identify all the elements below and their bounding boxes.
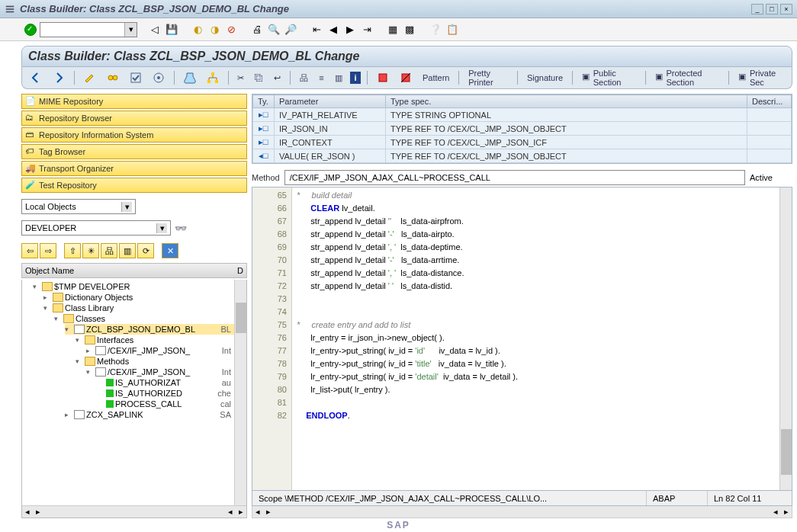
check-button[interactable] <box>127 70 145 85</box>
cut-button[interactable]: ✂ <box>234 70 247 85</box>
private-section-button[interactable]: ▣Private Sec <box>735 70 787 85</box>
protected-section-button[interactable]: ▣Protected Section <box>652 70 723 85</box>
tree-hscrollbar[interactable]: ◂▸◂▸ <box>22 505 246 518</box>
editor-vscrollbar[interactable] <box>779 187 792 490</box>
where-used-button[interactable] <box>204 70 222 85</box>
find-icon[interactable]: 🔍 <box>267 23 281 37</box>
tree-node-zcx[interactable]: ▸ZCX_SAPLINKSA <box>65 409 246 420</box>
command-field[interactable]: ▾ <box>40 22 137 37</box>
code-editor[interactable]: 656667686970717273747576777879808182 * b… <box>252 187 792 491</box>
tree-close-button[interactable]: ✕ <box>162 243 178 258</box>
find-next-icon[interactable]: 🔎 <box>284 23 297 37</box>
param-header-spec[interactable]: Type spec. <box>386 95 747 108</box>
print-icon[interactable]: 🖨 <box>250 23 264 37</box>
scope-dropdown[interactable]: Local Objects▾ <box>21 199 136 214</box>
tree-display-button[interactable]: ▥ <box>119 243 136 258</box>
pretty-printer-button[interactable]: Pretty Printer <box>465 70 511 85</box>
tag-browser-button[interactable]: 🏷Tag Browser <box>21 144 247 159</box>
transport-organizer-button[interactable]: 🚚Transport Organizer <box>21 161 247 176</box>
tree-node-m2[interactable]: IS_AUTHORIZEDche <box>97 388 246 399</box>
tree-node-m1[interactable]: IS_AUTHORIZATau <box>97 377 246 388</box>
other-object-button[interactable] <box>104 70 122 85</box>
tree-refresh-button[interactable]: ⟳ <box>137 243 154 258</box>
method-name-field[interactable]: /CEX/IF_JMP_JSON_AJAX_CALL~PROCESS_CALL <box>284 170 745 185</box>
chevron-down-icon[interactable]: ▾ <box>121 202 132 212</box>
tree-node-root[interactable]: ▾$TMP DEVELOPER <box>33 281 246 292</box>
system-menu-icon[interactable] <box>5 4 15 14</box>
hierarchy-button[interactable]: 品 <box>297 70 311 85</box>
tree-header-name: Object Name <box>25 266 74 275</box>
nav-forward-button[interactable] <box>50 70 68 85</box>
back-icon[interactable]: ◁ <box>148 23 162 37</box>
tree-up-button[interactable]: ⇧ <box>64 243 81 258</box>
customize-icon[interactable]: 📋 <box>445 23 459 37</box>
signature-button[interactable]: Signature <box>524 70 566 85</box>
param-row[interactable]: ▸□IR_JSON_INTYPE REF TO /CEX/CL_JMP_JSON… <box>253 122 792 136</box>
tree-node-dictionary[interactable]: ▸Dictionary Objects <box>43 292 246 303</box>
param-header-type[interactable]: Ty. <box>253 95 275 108</box>
layout-button[interactable]: ▥ <box>332 70 345 85</box>
enter-icon[interactable] <box>24 24 37 36</box>
tree-where-button[interactable]: 品 <box>101 243 117 258</box>
tree-node-methods[interactable]: ▾Methods <box>76 356 246 367</box>
param-row[interactable]: ▸□IV_PATH_RELATIVETYPE STRING OPTIONAL <box>253 108 792 122</box>
svg-rect-11 <box>379 74 387 82</box>
tree-node-interface-1[interactable]: ▸/CEX/IF_JMP_JSON_Int <box>86 345 246 356</box>
save-icon[interactable]: 💾 <box>165 23 178 37</box>
tree-node-interfaces[interactable]: ▾Interfaces <box>76 335 246 345</box>
code-area[interactable]: * build detail CLEAR lv_detail. str_appe… <box>292 187 779 490</box>
svg-rect-10 <box>215 80 218 83</box>
param-row[interactable]: ▸□IR_CONTEXTTYPE REF TO /CEX/CL_JMP_JSON… <box>253 136 792 149</box>
folder-icon <box>85 335 95 345</box>
maximize-button[interactable]: □ <box>766 4 778 14</box>
test-button[interactable] <box>181 70 199 85</box>
prev-page-icon[interactable]: ◀ <box>326 23 340 37</box>
stop-icon[interactable]: ⊘ <box>224 23 238 37</box>
breakpoint-set-button[interactable] <box>374 70 392 85</box>
display-change-button[interactable] <box>81 70 99 85</box>
editor-hscrollbar[interactable]: ◂▸◂▸ <box>252 506 792 518</box>
close-button[interactable]: × <box>780 4 792 14</box>
last-page-icon[interactable]: ⇥ <box>360 23 374 37</box>
tree-vscrollbar[interactable] <box>234 280 246 505</box>
breakpoint-del-button[interactable] <box>397 70 415 85</box>
param-header-desc[interactable]: Descri... <box>747 95 792 108</box>
tree-node-class-library[interactable]: ▾Class Library <box>43 303 246 313</box>
info-button[interactable]: i <box>350 72 361 84</box>
tree-node-interface-2[interactable]: ▾/CEX/IF_JMP_JSON_Int <box>86 367 246 377</box>
tree-node-classes[interactable]: ▾Classes <box>54 313 246 324</box>
help-icon[interactable]: ❔ <box>429 23 442 37</box>
tree-new-button[interactable]: ✳ <box>82 243 99 258</box>
user-dropdown[interactable]: DEVELOPER▾ <box>21 220 171 236</box>
tree-node-zcl[interactable]: ▾ZCL_BSP_JSON_DEMO_BLBL <box>65 324 246 335</box>
svg-point-7 <box>157 76 160 79</box>
paste-button[interactable]: ↩ <box>271 70 284 85</box>
minimize-button[interactable]: _ <box>751 4 763 14</box>
activate-button[interactable] <box>149 70 168 85</box>
copy-button[interactable]: ⿻ <box>252 70 266 85</box>
list-button[interactable]: ≡ <box>316 70 326 85</box>
repository-browser-button[interactable]: 🗂Repository Browser <box>21 111 247 126</box>
display-icon[interactable]: 👓 <box>174 221 188 235</box>
public-section-button[interactable]: ▣Public Section <box>579 70 639 85</box>
exit-icon[interactable]: ◐ <box>191 23 204 37</box>
object-tree[interactable]: ▾$TMP DEVELOPER ▸Dictionary Objects ▾Cla… <box>22 280 246 421</box>
new-session-icon[interactable]: ▦ <box>386 23 400 37</box>
nav-back-button[interactable] <box>27 70 45 85</box>
first-page-icon[interactable]: ⇤ <box>310 23 323 37</box>
param-row[interactable]: ◂□VALUE( ER_JSON )TYPE REF TO /CEX/CL_JM… <box>253 149 792 163</box>
repository-info-button[interactable]: 🗃Repository Information System <box>21 127 247 143</box>
folder-icon <box>53 293 63 302</box>
shortcut-icon[interactable]: ▩ <box>403 23 416 37</box>
pattern-button[interactable]: Pattern <box>419 70 452 85</box>
next-page-icon[interactable]: ▶ <box>343 23 357 37</box>
chevron-down-icon[interactable]: ▾ <box>124 23 137 37</box>
mime-repository-button[interactable]: 📄MIME Repository <box>21 94 247 109</box>
test-repository-button[interactable]: 🧪Test Repository <box>21 178 247 193</box>
tree-back-button[interactable]: ⇦ <box>21 243 38 258</box>
tree-node-m3[interactable]: PROCESS_CALLcal <box>97 399 246 409</box>
chevron-down-icon[interactable]: ▾ <box>156 223 167 233</box>
param-header-name[interactable]: Parameter <box>275 95 386 108</box>
cancel-icon[interactable]: ◑ <box>207 23 221 37</box>
tree-forward-button[interactable]: ⇨ <box>40 243 56 258</box>
